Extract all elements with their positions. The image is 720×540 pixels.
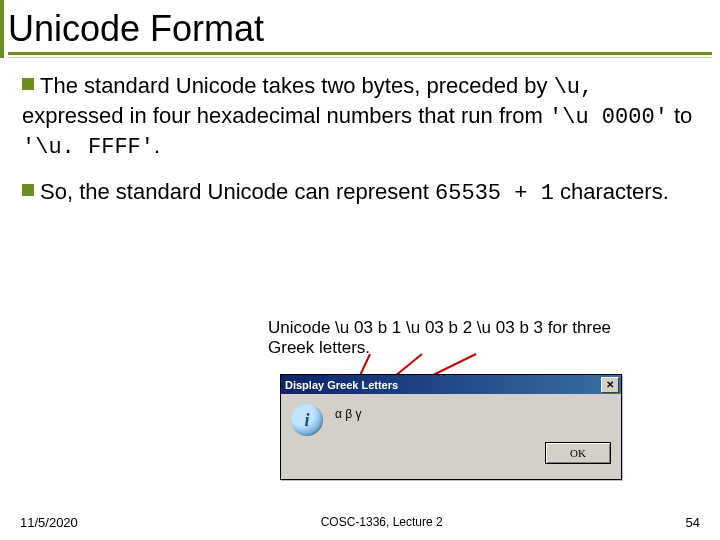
bullet-square-icon bbox=[22, 184, 34, 196]
bullet-1: The standard Unicode takes two bytes, pr… bbox=[22, 72, 698, 162]
footer: 11/5/2020 COSC-1336, Lecture 2 54 bbox=[0, 515, 720, 530]
footer-date: 11/5/2020 bbox=[20, 515, 78, 530]
bullet-2-text-a: So, the standard Unicode can represent bbox=[40, 179, 435, 204]
bullet-1-text-d: . bbox=[154, 133, 160, 158]
accent-bar bbox=[0, 0, 4, 58]
bullet-1-code-c: '\u. FFFF' bbox=[22, 135, 154, 160]
bullet-1-code-b: '\u 0000' bbox=[549, 105, 668, 130]
title-rule bbox=[8, 52, 712, 55]
bullet-1-text-b: expressed in four hexadecimal numbers th… bbox=[22, 103, 549, 128]
info-icon: i bbox=[291, 404, 323, 436]
slide-title: Unicode Format bbox=[8, 10, 712, 48]
bullet-1-text-a: The standard Unicode takes two bytes, pr… bbox=[40, 73, 554, 98]
footer-course: COSC-1336, Lecture 2 bbox=[321, 515, 443, 530]
bullet-2-code-a: 65535 + 1 bbox=[435, 181, 554, 206]
dialog-titlebar: Display Greek Letters ✕ bbox=[281, 375, 621, 394]
bullet-square-icon bbox=[22, 78, 34, 90]
bullet-1-code-a: \u, bbox=[554, 75, 594, 100]
dialog-title-text: Display Greek Letters bbox=[285, 379, 398, 391]
footer-page: 54 bbox=[686, 515, 700, 530]
bullet-2-text-b: characters. bbox=[554, 179, 669, 204]
dialog-message: α β γ bbox=[335, 404, 362, 420]
close-icon: ✕ bbox=[606, 380, 614, 390]
ok-button[interactable]: OK bbox=[545, 442, 611, 464]
caption: Unicode \u 03 b 1 \u 03 b 2 \u 03 b 3 fo… bbox=[268, 318, 658, 359]
close-button[interactable]: ✕ bbox=[601, 377, 619, 393]
bullet-1-text-c: to bbox=[668, 103, 692, 128]
dialog-window: Display Greek Letters ✕ i α β γ OK bbox=[280, 374, 622, 480]
bullet-2: So, the standard Unicode can represent 6… bbox=[22, 178, 698, 208]
